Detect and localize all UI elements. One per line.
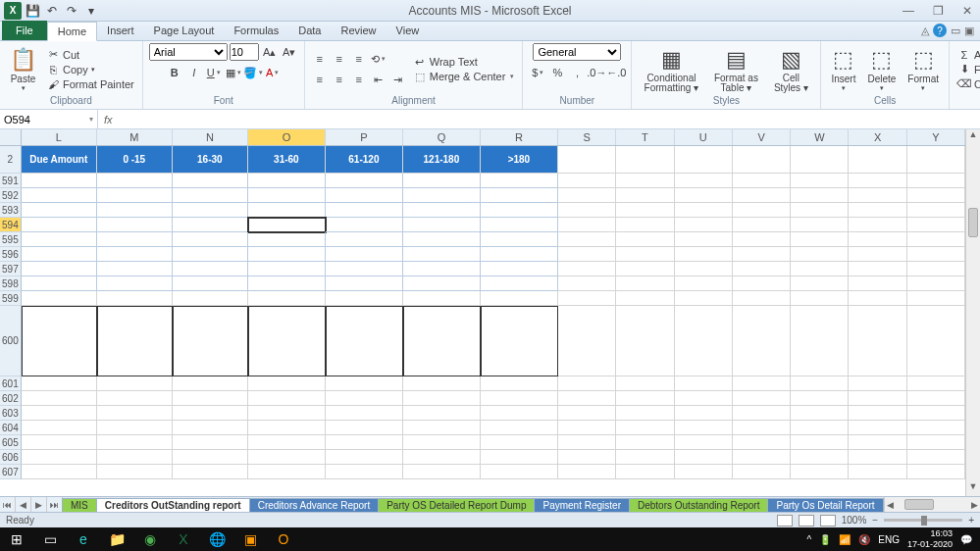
cell[interactable] xyxy=(326,232,403,247)
cell[interactable] xyxy=(97,232,173,247)
cell[interactable] xyxy=(97,435,173,450)
cell[interactable] xyxy=(791,435,849,450)
cell[interactable] xyxy=(616,421,674,435)
cell[interactable] xyxy=(907,247,965,262)
cell[interactable] xyxy=(173,262,248,276)
cell[interactable] xyxy=(907,276,965,291)
cell[interactable] xyxy=(675,406,733,421)
cell[interactable] xyxy=(326,276,403,291)
cell[interactable] xyxy=(248,174,326,188)
fill-button[interactable]: ⬇Fill xyxy=(955,63,980,76)
cell[interactable] xyxy=(616,406,674,421)
cell[interactable] xyxy=(849,218,906,232)
cell[interactable] xyxy=(733,421,791,435)
excel-taskbar-icon[interactable]: X xyxy=(167,527,200,551)
cell[interactable] xyxy=(97,247,173,262)
cell[interactable] xyxy=(907,291,965,306)
cell[interactable]: 16-30 xyxy=(173,146,248,174)
cell[interactable] xyxy=(173,232,248,247)
cell[interactable] xyxy=(675,291,733,306)
row-header[interactable]: 606 xyxy=(0,450,22,465)
bold-button[interactable]: B xyxy=(166,64,183,81)
cell[interactable] xyxy=(97,421,173,435)
cell[interactable] xyxy=(849,174,906,188)
cell[interactable] xyxy=(791,247,849,262)
cell[interactable] xyxy=(22,376,97,391)
cell[interactable] xyxy=(907,435,965,450)
home-tab[interactable]: Home xyxy=(47,22,97,41)
border-button[interactable]: ▦ xyxy=(225,64,242,81)
cell[interactable] xyxy=(22,450,97,465)
chrome-icon[interactable]: 🌐 xyxy=(200,527,233,551)
cell[interactable] xyxy=(849,247,906,262)
cell[interactable] xyxy=(22,232,97,247)
cell[interactable] xyxy=(173,188,248,203)
row-header[interactable]: 607 xyxy=(0,465,22,479)
cell[interactable] xyxy=(403,218,481,232)
cell[interactable] xyxy=(907,262,965,276)
cell[interactable] xyxy=(907,203,965,218)
last-sheet-icon[interactable]: ⏭ xyxy=(47,497,63,513)
cell[interactable] xyxy=(326,306,403,376)
cell[interactable] xyxy=(97,306,173,376)
cell[interactable] xyxy=(733,391,791,406)
cell[interactable] xyxy=(558,291,616,306)
cell[interactable] xyxy=(733,174,791,188)
cell[interactable] xyxy=(675,174,733,188)
align-top-icon[interactable]: ≡ xyxy=(311,50,329,68)
cell[interactable] xyxy=(791,450,849,465)
sheet-tab[interactable]: Party OS Detailed Report Dump xyxy=(378,498,535,512)
cell[interactable] xyxy=(248,391,326,406)
cell[interactable] xyxy=(22,435,97,450)
column-header[interactable]: T xyxy=(616,129,674,145)
help-icon[interactable]: ? xyxy=(933,24,947,37)
cell[interactable] xyxy=(849,291,906,306)
cell[interactable] xyxy=(558,188,616,203)
cell[interactable] xyxy=(675,450,733,465)
ribbon-option-icon[interactable]: ▭ xyxy=(951,25,960,37)
scroll-right-icon[interactable]: ▶ xyxy=(971,500,978,510)
font-name-select[interactable]: Arial xyxy=(149,43,228,61)
cell[interactable] xyxy=(326,450,403,465)
cell[interactable] xyxy=(733,232,791,247)
cell[interactable] xyxy=(616,391,674,406)
sheet-tab[interactable]: Creditors OutStanding report xyxy=(96,498,250,512)
cell[interactable]: >180 xyxy=(481,146,558,174)
row-header[interactable]: 600 xyxy=(0,306,22,376)
cell[interactable] xyxy=(326,421,403,435)
cell[interactable] xyxy=(733,218,791,232)
app-icon-green[interactable]: ◉ xyxy=(133,527,167,551)
cell[interactable] xyxy=(326,435,403,450)
cell[interactable] xyxy=(481,435,558,450)
cell[interactable] xyxy=(248,276,326,291)
cell[interactable] xyxy=(403,232,481,247)
cell[interactable] xyxy=(558,262,616,276)
tray-chevron-icon[interactable]: ^ xyxy=(807,534,812,545)
cell[interactable] xyxy=(403,174,481,188)
cell[interactable] xyxy=(173,376,248,391)
cell[interactable]: 0 -15 xyxy=(97,146,173,174)
cell[interactable] xyxy=(675,218,733,232)
scroll-left-icon[interactable]: ◀ xyxy=(887,500,894,510)
copy-button[interactable]: ⎘Copy▾ xyxy=(44,63,136,76)
redo-icon[interactable]: ↷ xyxy=(63,2,80,20)
column-header[interactable]: U xyxy=(675,129,733,145)
column-header[interactable]: N xyxy=(173,129,248,145)
cell[interactable] xyxy=(733,306,791,376)
cell[interactable] xyxy=(616,232,674,247)
cell[interactable] xyxy=(907,218,965,232)
cell[interactable] xyxy=(907,376,965,391)
cell[interactable] xyxy=(733,262,791,276)
cell[interactable] xyxy=(481,218,558,232)
ribbon-option-icon-2[interactable]: ▣ xyxy=(964,25,974,37)
cell[interactable] xyxy=(97,174,173,188)
wrap-text-button[interactable]: ↩Wrap Text xyxy=(411,55,517,69)
cell[interactable] xyxy=(22,174,97,188)
row-header[interactable]: 596 xyxy=(0,247,22,262)
fx-icon[interactable]: fx xyxy=(104,114,113,125)
font-color-button[interactable]: A xyxy=(264,64,282,81)
close-button[interactable]: ✕ xyxy=(958,4,976,18)
cell[interactable] xyxy=(558,218,616,232)
data-tab[interactable]: Data xyxy=(288,21,331,40)
cell[interactable] xyxy=(907,465,965,479)
